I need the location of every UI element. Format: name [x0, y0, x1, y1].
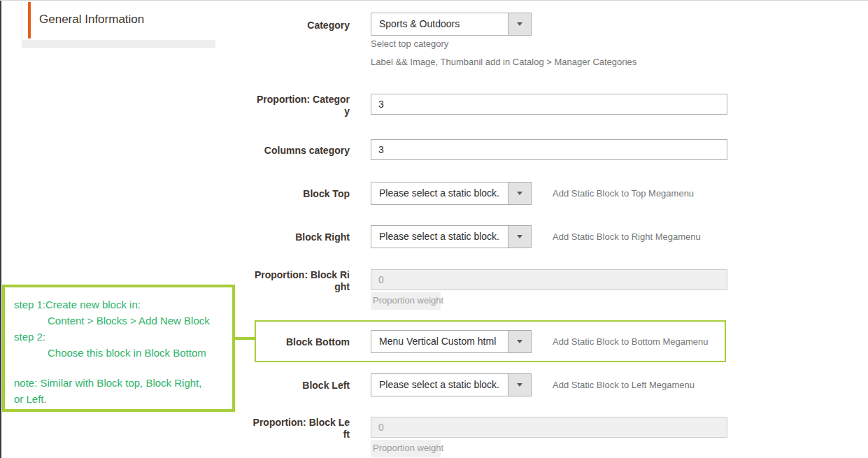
- caret-down-icon: [517, 383, 522, 387]
- block-top-select-value: Please select a static block.: [371, 182, 508, 205]
- annotation-note-line2: or Left.: [14, 391, 229, 407]
- proportion-category-input[interactable]: [371, 94, 727, 115]
- megamenu-settings-page: General Information Category Sports & Ou…: [0, 0, 868, 458]
- block-left-select-dropdown-button[interactable]: [508, 373, 532, 396]
- block-bottom-label: Block Bottom: [231, 336, 350, 348]
- annotation-step2: step 2:: [14, 329, 229, 345]
- annotation-spacer: [14, 361, 229, 375]
- proportion-block-left-note: Proportion weight: [371, 440, 441, 457]
- annotation-step1: step 1:Create new block in:: [14, 296, 229, 313]
- block-left-note: Add Static Block to Left Megamenu: [553, 380, 695, 390]
- caret-down-icon: [517, 235, 522, 238]
- block-bottom-select[interactable]: Menu Vertical Custom html: [371, 330, 532, 353]
- category-select[interactable]: Sports & Outdoors: [371, 13, 532, 36]
- block-top-label: Block Top: [231, 188, 350, 200]
- block-top-select[interactable]: Please select a static block.: [371, 182, 532, 205]
- proportion-block-left-input: [371, 417, 727, 438]
- caret-down-icon: [517, 22, 522, 26]
- columns-category-input[interactable]: [371, 139, 727, 160]
- annotation-step2-detail: Choose this block in Block Bottom: [14, 345, 229, 361]
- tab-list-shadow: [22, 40, 215, 48]
- annotation-callout: step 1:Create new block in: Content > Bl…: [2, 285, 235, 412]
- block-top-select-dropdown-button[interactable]: [508, 182, 532, 205]
- category-note: Select top category: [371, 38, 448, 49]
- settings-tab-list: General Information: [22, 1, 215, 48]
- annotation-step1-detail: Content > Blocks > Add New Block: [14, 313, 229, 329]
- annotation-note-period: .: [44, 393, 47, 405]
- block-right-select[interactable]: Please select a static block.: [371, 225, 532, 248]
- block-right-select-value: Please select a static block.: [371, 225, 508, 248]
- caret-down-icon: [517, 340, 522, 343]
- block-right-label: Block Right: [231, 231, 350, 243]
- proportion-block-right-note: Proportion weight: [371, 292, 441, 310]
- tab-general-information[interactable]: General Information: [22, 1, 215, 40]
- category-label: Category: [231, 20, 350, 31]
- block-left-label: Block Left: [231, 380, 350, 392]
- block-left-select[interactable]: Please select a static block.: [371, 373, 532, 396]
- category-select-dropdown-button[interactable]: [508, 13, 532, 36]
- active-tab-accent-bar: [28, 2, 31, 38]
- category-hint: Label && Image, Thumbanil add in Catalog…: [371, 57, 636, 67]
- block-top-note: Add Static Block to Top Megamenu: [553, 188, 694, 199]
- annotation-note-text: or Left: [14, 393, 44, 405]
- annotation-note-line1: note: Similar with Block top, Block Righ…: [14, 375, 229, 391]
- block-bottom-select-dropdown-button[interactable]: [508, 330, 532, 353]
- proportion-block-right-input: [371, 269, 727, 290]
- block-bottom-note: Add Static Block to Bottom Megamenu: [553, 336, 709, 347]
- block-right-note: Add Static Block to Right Megamenu: [553, 231, 701, 242]
- tab-label: General Information: [39, 13, 144, 27]
- window-left-edge: [0, 1, 1, 458]
- proportion-category-label: Proportion: Categor y: [231, 94, 350, 117]
- category-select-value: Sports & Outdoors: [371, 13, 508, 36]
- proportion-block-left-label: Proportion: Block Le ft: [231, 417, 350, 441]
- block-bottom-select-value: Menu Vertical Custom html: [371, 330, 508, 353]
- proportion-block-right-label: Proportion: Block Ri ght: [231, 269, 350, 293]
- columns-category-label: Columns category: [231, 145, 350, 157]
- block-left-select-value: Please select a static block.: [371, 373, 508, 396]
- block-right-select-dropdown-button[interactable]: [508, 225, 532, 248]
- caret-down-icon: [517, 192, 522, 195]
